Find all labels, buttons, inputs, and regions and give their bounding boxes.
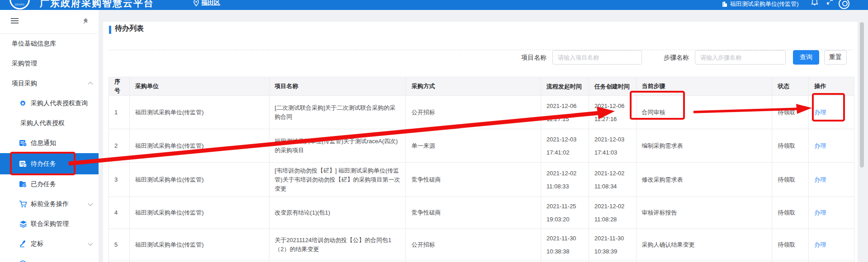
cell-project: [韦培训勿动勿投【硭】] 福田测试采购单位(传监管)关于韦培训勿动勿投【硭】的采… <box>269 163 406 196</box>
sidebar-item-todo-tasks[interactable]: 待办任务 <box>0 153 99 174</box>
cell-action: 办理 <box>809 129 854 162</box>
cell-action: 办理 <box>809 197 854 229</box>
sidebar-item-agent-auth[interactable]: 采购人代表授权 <box>0 113 99 133</box>
location-link[interactable]: 福田区 <box>201 0 220 7</box>
column-header-project: 项目名称 <box>269 77 406 95</box>
sidebar-item-agent-auth-query[interactable]: 采购人代表授权查询 <box>0 94 99 113</box>
sidebar-item-project-procurement[interactable]: 项目采购 <box>0 74 99 94</box>
cell-seq: 2 <box>109 129 130 162</box>
todo-list-card: 待办列表 项目名称 步骤名称 查询 重置 序号 采购单位 项目名称 采购方式 流… <box>103 22 858 262</box>
cell-method: 单一来源 <box>406 129 541 162</box>
app-header: GDGPO 广东政府采购智慧云平台 福田区 福田测试采购单位(传监管) <box>0 0 868 10</box>
cell-start-time: 2021-11-25 19:03:20 <box>541 197 589 229</box>
status-badge: 待领取 <box>772 163 809 196</box>
sidebar: 单位基础信息库 采购管理 项目采购 采购人代表授权查询 采购人代表授权 信息通知 <box>0 10 99 262</box>
cell-create-time: 2021-12-06 11:27:16 <box>589 96 637 129</box>
handle-link[interactable]: 办理 <box>814 208 826 217</box>
cell-current-step: 审核评标报告 <box>637 197 773 229</box>
cell-method: 竞争性磋商 <box>406 163 541 196</box>
status-badge: 待领取 <box>772 129 809 162</box>
search-button[interactable]: 查询 <box>793 50 819 65</box>
cell-action: 办理 <box>809 229 854 261</box>
table-row: 4 福田测试采购单位(传监管) 改变原有结论(1)(包1) 竞争性磋商 2021… <box>109 196 854 229</box>
cell-unit: 福田测试采购单位(传监管) <box>130 96 269 129</box>
status-badge: 待领取 <box>772 197 809 229</box>
pin-icon[interactable] <box>81 18 89 27</box>
cell-seq: 4 <box>109 197 130 229</box>
cell-seq: 3 <box>109 163 130 196</box>
sidebar-item-unit-info-library[interactable]: 单位基础信息库 <box>0 34 99 54</box>
app-logo: GDGPO <box>9 0 30 9</box>
step-name-label: 步骤名称 <box>664 54 689 62</box>
document-clock-icon <box>19 140 27 147</box>
chevron-down-icon <box>88 241 93 246</box>
app-logo-text: GDGPO <box>11 3 28 6</box>
table-row: 3 福田测试采购单位(传监管) [韦培训勿动勿投【硭】] 福田测试采购单位(传监… <box>109 162 854 196</box>
sidebar-item-label: 已办任务 <box>31 180 56 188</box>
handle-link[interactable]: 办理 <box>814 240 826 249</box>
user-avatar[interactable] <box>839 0 849 9</box>
status-badge: 待领取 <box>772 96 809 129</box>
sidebar-item-label: 采购管理 <box>12 60 37 68</box>
cell-method: 公开招标 <box>406 229 541 261</box>
chevron-down-icon <box>88 201 93 206</box>
cell-create-time: 2021-12-02 11:08:34 <box>589 163 637 196</box>
reset-button[interactable]: 重置 <box>824 50 847 65</box>
document-clock-icon <box>19 160 27 168</box>
cell-action: 办理 <box>809 163 854 196</box>
cell-project: 改变原有结论(1)(包1) <box>269 197 406 229</box>
main-area: 待办列表 项目名称 步骤名称 查询 重置 序号 采购单位 项目名称 采购方式 流… <box>99 10 868 262</box>
cell-current-step: 编制采购需求表 <box>637 129 773 162</box>
column-header-start-time: 流程发起时间 <box>541 77 589 95</box>
cell-action: 办理 <box>809 96 854 129</box>
column-header-unit: 采购单位 <box>130 77 269 95</box>
menu-toggle-icon[interactable] <box>11 18 19 24</box>
cell-project: 关于20211124培训勿动勿投【公】的合同包1（2）的结果变更 <box>269 229 406 261</box>
handle-link[interactable]: 办理 <box>814 108 826 117</box>
cell-current-step: 采购人确认结果变更 <box>637 229 773 261</box>
cell-project: [二次测试联合采购]关于二次测试联合采购的采购合同 <box>269 96 406 129</box>
handle-link[interactable]: 办理 <box>814 175 826 184</box>
fullscreen-icon[interactable] <box>826 0 833 7</box>
notification-bell-icon[interactable] <box>811 0 818 8</box>
sidebar-item-award-decision[interactable]: 定标 <box>0 234 99 254</box>
cart-icon <box>19 201 28 208</box>
table-header-row: 序号 采购单位 项目名称 采购方式 流程发起时间 任务创建时间 当前步骤 状态 … <box>109 77 854 95</box>
gear-icon <box>19 100 27 108</box>
cell-unit: 福田测试采购单位(传监管) <box>130 129 269 162</box>
cell-seq: 5 <box>109 229 130 261</box>
sidebar-item-info-notice[interactable]: 信息通知 <box>0 133 99 153</box>
project-name-input[interactable] <box>552 50 642 65</box>
sidebar-item-label: 信息通知 <box>31 139 56 147</box>
column-header-status: 状态 <box>772 77 809 95</box>
circle-icon <box>19 260 27 262</box>
project-name-label: 项目名称 <box>521 54 547 62</box>
handle-link[interactable]: 办理 <box>814 141 826 150</box>
cell-project: 福田测试采购单位(传监管)关于测试raceA(四次)的采购项目 <box>269 129 406 162</box>
step-name-input[interactable] <box>695 50 786 65</box>
cell-current-step: 修改采购需求表 <box>637 163 773 196</box>
chevron-up-icon <box>88 82 93 87</box>
cell-start-time: 2021-11-30 10:38:38 <box>541 229 589 261</box>
sidebar-item-done-tasks[interactable]: 已办任务 <box>0 174 99 194</box>
sidebar-item-joint-procurement[interactable]: 联合采购管理 <box>0 214 99 234</box>
cell-start-time: 2021-12-06 11:27:15 <box>541 96 589 129</box>
sidebar-item-partial[interactable] <box>0 254 99 262</box>
vertical-scrollbar[interactable] <box>860 22 864 168</box>
sidebar-item-label: 采购人代表授权 <box>20 119 65 127</box>
sidebar-item-label: 采购人代表授权查询 <box>31 99 88 108</box>
table-body: 1 福田测试采购单位(传监管) [二次测试联合采购]关于二次测试联合采购的采购合… <box>109 95 854 261</box>
table-row: 1 福田测试采购单位(传监管) [二次测试联合采购]关于二次测试联合采购的采购合… <box>109 95 854 129</box>
folder-check-icon <box>19 181 27 188</box>
column-header-create-time: 任务创建时间 <box>589 77 637 95</box>
cell-seq: 1 <box>109 96 130 129</box>
status-badge: 待领取 <box>772 229 809 261</box>
table-row: 2 福田测试采购单位(传监管) 福田测试采购单位(传监管)关于测试raceA(四… <box>109 129 854 162</box>
sidebar-item-pre-bid-operations[interactable]: 标前业务操作 <box>0 194 99 214</box>
sidebar-item-label: 定标 <box>31 240 43 248</box>
sidebar-item-procurement-management[interactable]: 采购管理 <box>0 54 99 74</box>
table-row: 5 福田测试采购单位(传监管) 关于20211124培训勿动勿投【公】的合同包1… <box>109 229 854 261</box>
title-accent-bar <box>109 26 111 34</box>
cell-create-time: 2021-11-30 10:38:39 <box>589 229 637 261</box>
sidebar-item-label: 待办任务 <box>31 160 56 168</box>
